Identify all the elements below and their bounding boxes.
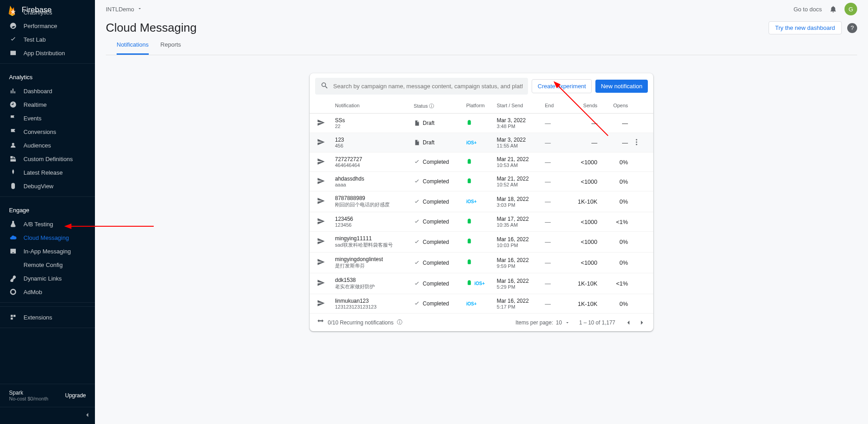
row-menu-icon[interactable] <box>632 141 641 148</box>
avatar[interactable]: G <box>844 3 857 15</box>
sidebar-item-dashboard[interactable]: Dashboard <box>0 84 95 98</box>
config-icon <box>9 261 17 269</box>
sidebar-item-crashlytics[interactable]: Crashlytics <box>0 5 95 19</box>
help-icon[interactable]: ⓘ <box>397 319 402 326</box>
sidebar-item-dynamic-links[interactable]: Dynamic Links <box>0 272 95 285</box>
row-sends: <1000 <box>567 219 598 225</box>
row-time: 10:03 PM <box>497 243 545 248</box>
sidebar-item-label: Realtime <box>24 101 47 108</box>
project-selector[interactable]: INTLDemo <box>106 6 142 13</box>
sidebar-nav[interactable]: CrashlyticsPerformanceTest LabApp Distri… <box>0 5 95 384</box>
sidebar-item-events[interactable]: Events <box>0 111 95 125</box>
table-row[interactable]: mingyingdonglintest是打发斯蒂芬CompletedMar 16… <box>310 252 653 273</box>
collapse-sidebar-button[interactable] <box>0 407 95 424</box>
row-date: Mar 17, 2022 <box>497 216 545 222</box>
th-status[interactable]: Status ⓘ <box>414 103 466 110</box>
sidebar-item-latest-release[interactable]: Latest Release <box>0 166 95 179</box>
row-title: 123 <box>335 137 414 143</box>
th-opens[interactable]: Opens <box>597 103 632 110</box>
try-dashboard-button[interactable]: Try the new dashboard <box>769 21 842 34</box>
sidebar-item-debugview[interactable]: DebugView <box>0 179 95 193</box>
row-sub: 22 <box>335 124 414 129</box>
row-sends: <1000 <box>567 259 598 266</box>
upgrade-link[interactable]: Upgrade <box>65 392 86 399</box>
sidebar-item-cloud-messaging[interactable]: Cloud Messaging <box>0 231 95 244</box>
sidebar-item-custom-definitions[interactable]: Custom Definitions <box>0 152 95 166</box>
sidebar-item-audiences[interactable]: Audiences <box>0 138 95 152</box>
sidebar-item-label: Conversions <box>24 129 56 135</box>
search-input[interactable] <box>333 83 523 90</box>
sidebar-item-test-lab[interactable]: Test Lab <box>0 33 95 46</box>
plan-sub: No-cost $0/month <box>9 396 48 401</box>
android-icon <box>466 218 472 226</box>
clock-icon <box>9 100 17 109</box>
table-row[interactable]: SSs22DraftMar 3, 20223:48 PM——— <box>310 114 653 133</box>
th-notification[interactable]: Notification <box>335 103 414 110</box>
row-opens: <1% <box>597 219 632 225</box>
table-row[interactable]: ddk1538老实在家做好防护CompletediOS+Mar 16, 2022… <box>310 273 653 294</box>
android-icon <box>466 259 472 267</box>
tab-reports[interactable]: Reports <box>160 41 181 55</box>
ext-icon <box>9 313 17 321</box>
table-row[interactable]: ahdassdhdsaaaaCompletedMar 21, 202210:52… <box>310 172 653 191</box>
new-notification-button[interactable]: New notification <box>595 80 648 93</box>
tab-notifications[interactable]: Notifications <box>117 41 149 55</box>
ios-icon: iOS+ <box>466 301 476 306</box>
table-row[interactable]: 727272727464646464CompletedMar 21, 20221… <box>310 152 653 172</box>
next-page-button[interactable] <box>638 319 646 327</box>
page-size-select[interactable]: 10 <box>556 319 570 326</box>
table-row[interactable]: linmukuan123123123123123123CompletediOS+… <box>310 294 653 314</box>
row-end: — <box>545 300 566 307</box>
send-icon <box>317 141 325 148</box>
th-sends[interactable]: Sends <box>567 103 598 110</box>
row-date: Mar 16, 2022 <box>497 278 545 284</box>
row-title: ddk1538 <box>335 277 414 283</box>
sidebar-item-in-app-messaging[interactable]: In-App Messaging <box>0 244 95 258</box>
sidebar-item-performance[interactable]: Performance <box>0 19 95 33</box>
sidebar-item-app-distribution[interactable]: App Distribution <box>0 46 95 60</box>
row-title: mingyingdonglintest <box>335 256 414 262</box>
table-row[interactable]: 123456123456CompletedMar 17, 202210:35 A… <box>310 212 653 232</box>
table-row[interactable]: 123456DraftiOS+Mar 3, 202211:55 AM——— <box>310 133 653 152</box>
row-end: — <box>545 238 566 245</box>
table-row[interactable]: mingying11111sad联发科哈塑料袋客服号CompletedMar 1… <box>310 232 653 252</box>
send-icon <box>317 281 325 288</box>
row-sub: 456 <box>335 143 414 148</box>
inbox-icon <box>9 247 17 255</box>
sidebar-item-extensions[interactable]: Extensions <box>0 310 95 324</box>
create-experiment-button[interactable]: Create experiment <box>532 79 592 93</box>
row-date: Mar 21, 2022 <box>497 156 545 162</box>
sidebar-item-label: DebugView <box>24 183 53 190</box>
table-row[interactable]: 8787888989刚回的回个电话的好感度CompletediOS+Mar 18… <box>310 191 653 212</box>
sidebar-item-realtime[interactable]: Realtime <box>0 98 95 111</box>
row-sub: 123123123123123 <box>335 304 414 310</box>
row-date: Mar 16, 2022 <box>497 236 545 243</box>
crash-icon <box>9 8 17 16</box>
prev-page-button[interactable] <box>624 319 632 327</box>
table-footer: 0/10 Recurring notifications ⓘ Items per… <box>310 314 653 331</box>
send-icon <box>317 302 325 309</box>
sidebar-item-conversions[interactable]: Conversions <box>0 125 95 138</box>
row-opens: 0% <box>597 178 632 185</box>
row-sub: 老实在家做好防护 <box>335 283 414 290</box>
android-icon <box>466 119 472 127</box>
th-start[interactable]: Start / Send <box>497 103 545 110</box>
sidebar-item-admob[interactable]: AdMob <box>0 285 95 299</box>
check-icon <box>9 35 17 43</box>
docs-link[interactable]: Go to docs <box>793 6 822 13</box>
th-end[interactable]: End <box>545 103 566 110</box>
row-sub: 123456 <box>335 222 414 228</box>
row-end: — <box>545 120 566 127</box>
sidebar-item-label: Dynamic Links <box>24 275 62 282</box>
help-icon[interactable]: ? <box>847 23 857 33</box>
gauge-icon <box>9 22 17 30</box>
sidebar-item-remote-config[interactable]: Remote Config <box>0 258 95 272</box>
th-platform[interactable]: Platform <box>466 103 497 110</box>
bar-icon <box>9 87 17 95</box>
row-time: 3:03 PM <box>497 202 545 208</box>
row-status: Draft <box>423 139 434 146</box>
row-time: 9:59 PM <box>497 263 545 269</box>
bell-icon[interactable] <box>829 5 837 13</box>
search-box[interactable] <box>315 78 528 95</box>
sidebar-item-a-b-testing[interactable]: A/B Testing <box>0 217 95 231</box>
